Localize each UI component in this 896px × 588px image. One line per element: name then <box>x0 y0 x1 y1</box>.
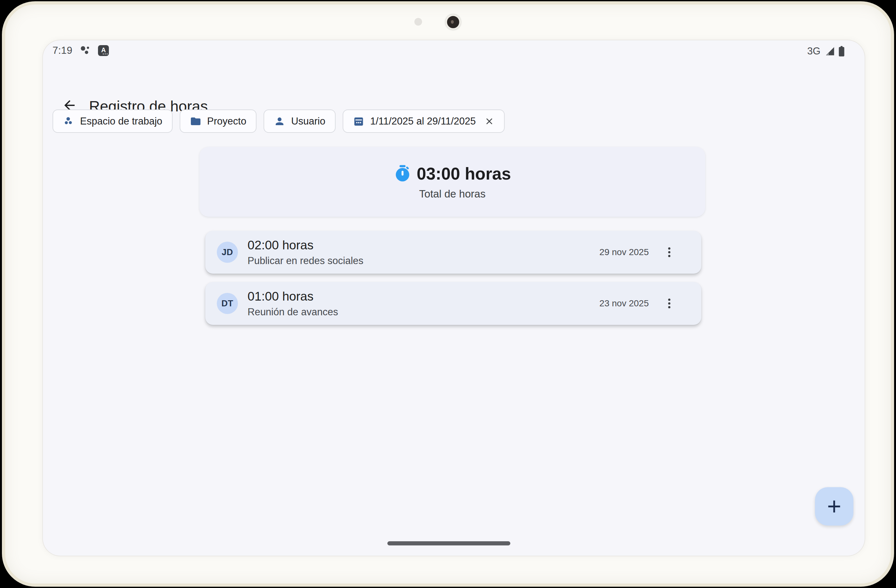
entry-date: 23 nov 2025 <box>599 298 649 308</box>
battery-icon <box>838 46 845 57</box>
person-icon <box>274 115 285 127</box>
entry-menu-button[interactable] <box>662 242 676 263</box>
kebab-menu-icon <box>663 246 676 258</box>
workspace-chip-label: Espacio de trabajo <box>80 115 162 127</box>
total-hours-row: 03:00 horas <box>393 164 511 184</box>
tablet-frame: 7:19 A 3G <box>2 1 894 587</box>
stopwatch-icon <box>393 164 411 182</box>
status-bar-right: 3G <box>807 46 845 57</box>
project-filter-chip[interactable]: Proyecto <box>180 109 256 133</box>
front-camera-icon <box>445 14 461 30</box>
kebab-menu-icon <box>663 297 676 310</box>
app-notification-icon: A <box>98 45 109 56</box>
camera-glint <box>451 20 454 24</box>
total-hours-caption: Total de horas <box>419 188 486 200</box>
avatar: DT <box>217 293 238 314</box>
status-time: 7:19 <box>52 45 72 56</box>
app-screen: 7:19 A 3G <box>43 40 865 556</box>
light-sensor <box>414 18 422 26</box>
workspace-filter-chip[interactable]: Espacio de trabajo <box>52 109 172 133</box>
time-entry-row[interactable]: DT 01:00 horas Reunión de avances 23 nov… <box>205 282 701 325</box>
total-hours-value: 03:00 horas <box>417 164 511 184</box>
entry-text-block: 02:00 horas Publicar en redes sociales <box>248 238 363 267</box>
entry-description: Publicar en redes sociales <box>248 255 363 267</box>
avatar: JD <box>217 242 238 263</box>
date-range-filter-chip[interactable]: 1/11/2025 al 29/11/2025 <box>343 109 505 133</box>
app-badge-dots <box>103 53 108 55</box>
entry-menu-button[interactable] <box>662 293 676 314</box>
entry-description: Reunión de avances <box>248 306 338 318</box>
entry-date: 29 nov 2025 <box>599 247 649 257</box>
entry-hours: 02:00 horas <box>248 238 363 252</box>
entry-text-block: 01:00 horas Reunión de avances <box>248 289 338 318</box>
user-chip-label: Usuario <box>291 115 325 127</box>
total-hours-card: 03:00 horas Total de horas <box>200 147 705 217</box>
entry-meta: 23 nov 2025 <box>599 293 701 314</box>
clear-date-filter-button[interactable] <box>484 116 494 126</box>
filter-chip-row: Espacio de trabajo Proyecto Usuario <box>52 109 505 133</box>
add-entry-button[interactable]: + <box>815 487 853 526</box>
workspaces-icon <box>63 115 74 127</box>
network-type-label: 3G <box>807 46 820 57</box>
user-filter-chip[interactable]: Usuario <box>264 109 335 133</box>
gesture-handle[interactable] <box>387 541 510 545</box>
time-entry-row[interactable]: JD 02:00 horas Publicar en redes sociale… <box>205 231 701 273</box>
app-badge-letter: A <box>101 47 106 53</box>
folder-icon <box>190 115 201 127</box>
entry-hours: 01:00 horas <box>248 289 338 304</box>
project-chip-label: Proyecto <box>207 115 246 127</box>
entry-meta: 29 nov 2025 <box>599 242 701 263</box>
google-dots-icon <box>79 45 91 56</box>
status-bar-left: 7:19 A <box>52 45 109 56</box>
calendar-icon <box>353 115 364 127</box>
close-icon <box>484 116 494 126</box>
signal-strength-icon <box>825 46 835 56</box>
date-range-chip-label: 1/11/2025 al 29/11/2025 <box>370 115 476 127</box>
